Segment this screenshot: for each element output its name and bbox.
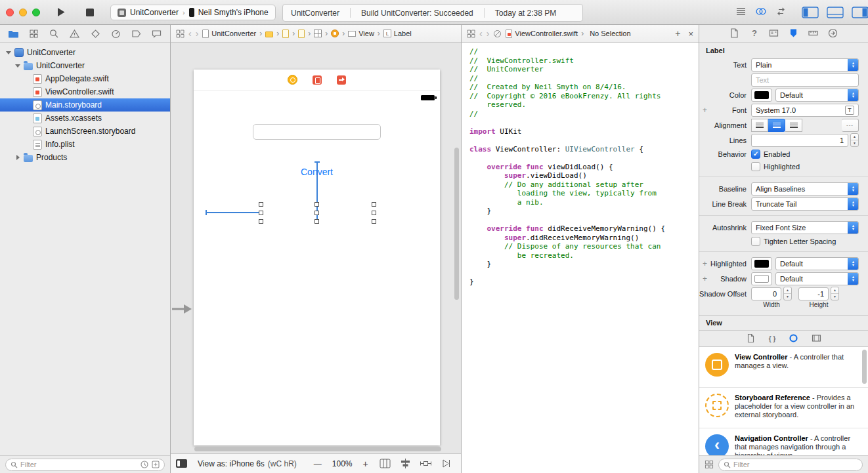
library-view-toggle-icon[interactable] — [705, 460, 714, 469]
debug-area-toggle-button[interactable] — [827, 7, 844, 21]
clock-icon[interactable] — [141, 461, 148, 468]
highlighted-checkbox[interactable] — [751, 162, 760, 171]
related-items-icon[interactable] — [176, 30, 184, 38]
baseline-popup[interactable]: Align Baselines ▲▼ — [751, 182, 859, 195]
navigator-filter-field[interactable]: Filter — [5, 459, 165, 471]
resize-handle[interactable] — [372, 202, 376, 207]
media-library-tab[interactable] — [812, 333, 821, 344]
library-scrollbar[interactable] — [862, 350, 867, 384]
close-assistant-editor-button[interactable]: × — [688, 29, 693, 39]
library-item[interactable]: Navigation Controller - A controller tha… — [699, 428, 868, 455]
view-controller-frame[interactable]: Convert — [194, 70, 440, 445]
file-row[interactable]: ViewController.swift — [0, 85, 170, 98]
file-row[interactable]: Products — [0, 151, 170, 164]
shadow-height-field[interactable]: -1 — [798, 287, 829, 300]
selection-crumb[interactable]: No Selection — [578, 29, 630, 38]
minimize-window-button[interactable] — [19, 9, 27, 16]
file-row[interactable]: Assets.xcassets — [0, 112, 170, 125]
file-inspector-tab[interactable] — [729, 28, 740, 40]
size-inspector-tab[interactable] — [808, 28, 819, 40]
jumpbar-crumb[interactable] — [289, 29, 305, 38]
file-row[interactable]: Main.storyboard — [0, 98, 170, 112]
disclosure-triangle[interactable] — [23, 125, 32, 138]
add-font-variation-button[interactable]: + — [703, 106, 707, 115]
file-row[interactable]: LaunchScreen.storyboard — [0, 125, 170, 138]
lines-field[interactable]: 1 — [751, 134, 848, 147]
stop-button[interactable] — [86, 9, 94, 16]
file-row[interactable]: AppDelegate.swift — [0, 72, 170, 85]
add-shadow-variation-button[interactable]: + — [703, 274, 707, 283]
utilities-toggle-button[interactable] — [852, 7, 868, 21]
report-navigator-tab[interactable] — [151, 28, 162, 39]
debug-navigator-tab[interactable] — [110, 28, 121, 39]
align-right-segment[interactable] — [785, 119, 802, 132]
disclosure-triangle[interactable] — [14, 151, 22, 164]
zoom-level[interactable]: 100% — [332, 459, 353, 468]
resize-handle[interactable] — [315, 202, 319, 207]
view-as-label[interactable]: View as: iPhone 6s — [198, 459, 265, 468]
add-highlighted-variation-button[interactable]: + — [703, 259, 707, 268]
shadow-height-stepper[interactable] — [831, 287, 839, 300]
find-navigator-tab[interactable] — [49, 28, 60, 39]
back-button[interactable]: ‹ — [188, 29, 192, 38]
resize-handle[interactable] — [259, 202, 263, 207]
tighten-letter-spacing-checkbox[interactable] — [751, 237, 760, 246]
symbol-navigator-tab[interactable] — [28, 28, 39, 39]
resize-handle[interactable] — [315, 219, 319, 224]
file-crumb[interactable]: ViewController.swift — [506, 30, 578, 38]
pin-constraints-icon[interactable] — [420, 459, 431, 468]
highlighted-popup[interactable]: Default ▲▼ — [775, 257, 859, 270]
close-window-button[interactable] — [6, 9, 14, 16]
jumpbar-crumb[interactable]: View — [339, 29, 374, 38]
navigator-toggle-button[interactable] — [802, 7, 819, 21]
test-navigator-tab[interactable] — [90, 28, 101, 39]
align-icon[interactable] — [400, 459, 411, 468]
no-counterpart-icon[interactable] — [493, 30, 502, 38]
disclosure-triangle[interactable] — [23, 98, 32, 112]
file-templates-tab[interactable] — [746, 333, 756, 344]
disclosure-triangle[interactable] — [23, 72, 32, 85]
highlighted-color-well[interactable] — [751, 257, 772, 270]
file-row[interactable]: Info.plist — [0, 138, 170, 151]
connections-inspector-tab[interactable] — [827, 28, 838, 40]
run-button[interactable] — [56, 7, 66, 19]
font-picker-button[interactable]: T — [845, 106, 854, 115]
color-well[interactable] — [751, 89, 772, 102]
horizontal-scrollbar[interactable] — [194, 447, 441, 451]
forward-button[interactable]: › — [487, 29, 490, 38]
jumpbar-crumb[interactable] — [273, 29, 289, 38]
code-snippets-tab[interactable]: { } — [769, 335, 776, 342]
disclosure-triangle[interactable] — [23, 85, 32, 98]
enabled-checkbox[interactable] — [751, 150, 760, 159]
object-library-tab[interactable] — [789, 333, 798, 344]
align-natural-segment[interactable]: --- — [842, 119, 859, 132]
disclosure-triangle[interactable] — [5, 46, 13, 59]
quick-help-tab[interactable]: ? — [749, 28, 760, 40]
text-type-popup[interactable]: Plain ▲▼ — [751, 58, 859, 72]
font-field[interactable]: System 17.0 T — [751, 104, 859, 117]
disclosure-triangle[interactable] — [23, 112, 32, 125]
linebreak-popup[interactable]: Truncate Tail ▲▼ — [751, 197, 859, 211]
jumpbar-crumb[interactable] — [256, 29, 273, 38]
resize-handle[interactable] — [259, 219, 263, 224]
file-row[interactable]: UnitConverter — [0, 59, 170, 72]
scm-filter-icon[interactable] — [152, 461, 160, 468]
related-items-icon[interactable] — [467, 30, 475, 38]
first-responder-icon[interactable] — [313, 75, 322, 85]
resize-handle[interactable] — [372, 219, 376, 224]
disclosure-triangle[interactable] — [14, 59, 22, 72]
disclosure-triangle[interactable] — [23, 138, 32, 151]
jumpbar-crumb[interactable] — [305, 29, 322, 38]
standard-editor-button[interactable] — [735, 6, 747, 20]
storyboard-canvas[interactable]: Convert — [171, 43, 461, 453]
code-editor[interactable]: //// ViewController.swift// UnitConverte… — [462, 43, 699, 473]
zoom-out-button[interactable]: — — [314, 459, 322, 468]
convert-button[interactable]: Convert — [194, 167, 440, 177]
identity-inspector-tab[interactable] — [768, 28, 779, 40]
zoom-in-button[interactable]: + — [363, 459, 368, 469]
library-filter-field[interactable]: Filter — [718, 459, 863, 471]
text-input[interactable]: Text — [751, 73, 859, 87]
issue-navigator-tab[interactable] — [69, 28, 80, 39]
document-outline-toggle-icon[interactable] — [176, 459, 187, 468]
jumpbar-crumb[interactable]: UnitConverter — [202, 30, 256, 38]
